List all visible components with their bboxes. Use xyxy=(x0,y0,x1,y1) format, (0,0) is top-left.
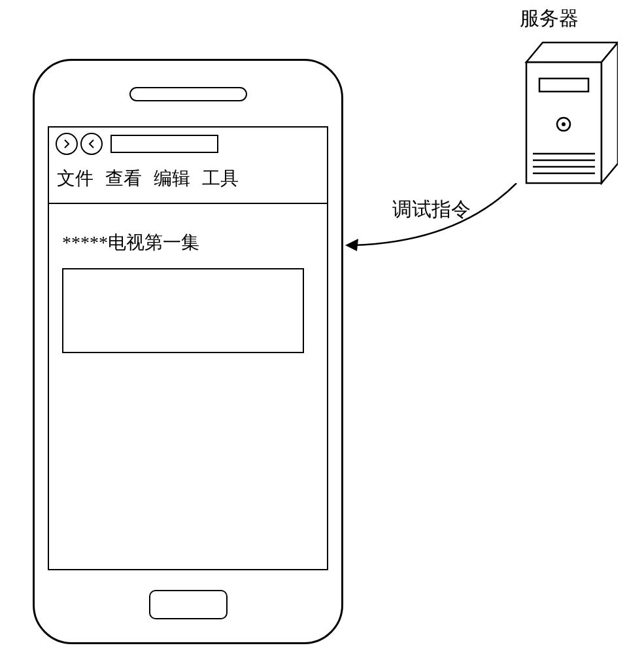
phone-speaker xyxy=(129,87,247,101)
phone-device: 文件 查看 编辑 工具 *****电视第一集 xyxy=(33,59,343,644)
svg-point-2 xyxy=(562,122,566,126)
url-bar[interactable] xyxy=(110,135,218,153)
menu-file[interactable]: 文件 xyxy=(57,166,93,191)
arrow-label: 调试指令 xyxy=(392,196,471,223)
forward-button[interactable] xyxy=(56,133,78,155)
menu-tools[interactable]: 工具 xyxy=(202,166,239,191)
video-player[interactable] xyxy=(62,268,304,353)
server-icon xyxy=(517,39,618,186)
svg-rect-0 xyxy=(539,78,588,92)
browser-toolbar xyxy=(49,128,327,158)
content-area: *****电视第一集 xyxy=(49,204,327,366)
menu-view[interactable]: 查看 xyxy=(105,166,142,191)
phone-screen: 文件 查看 编辑 工具 *****电视第一集 xyxy=(48,126,328,570)
content-title: *****电视第一集 xyxy=(62,230,314,255)
server-label: 服务器 xyxy=(520,5,579,32)
svg-marker-7 xyxy=(345,239,358,251)
menu-bar: 文件 查看 编辑 工具 xyxy=(49,158,327,204)
back-button[interactable] xyxy=(80,133,103,155)
menu-edit[interactable]: 编辑 xyxy=(154,166,190,191)
home-button[interactable] xyxy=(149,590,228,619)
